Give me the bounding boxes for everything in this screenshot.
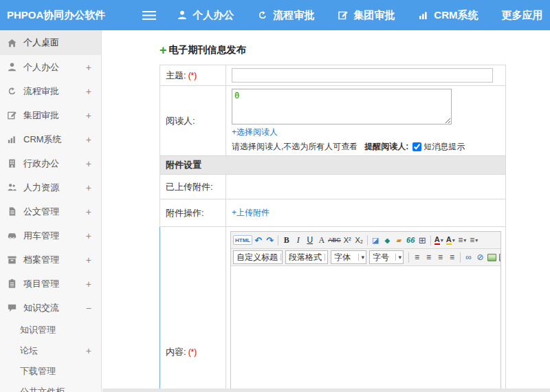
topnav-crm[interactable]: CRM系统 [418, 9, 478, 22]
sidebar-item-hr[interactable]: 人力资源 + [0, 175, 101, 199]
sidebar-item-knowledge-mgmt[interactable]: 知识管理 [0, 320, 101, 340]
editor-content-area[interactable] [231, 266, 500, 392]
italic-button[interactable]: I [292, 233, 304, 247]
align-left-button[interactable]: ≡ [411, 250, 423, 264]
redo-button[interactable]: ↷ [264, 233, 276, 247]
expand-plus-icon[interactable]: + [86, 345, 91, 356]
blockquote-button[interactable]: 66 [405, 233, 417, 247]
expand-plus-icon[interactable]: + [86, 110, 91, 121]
insert-table-button[interactable]: ⊞ [417, 233, 428, 247]
expand-plus-icon[interactable]: + [86, 134, 91, 145]
align-center-button[interactable]: ≡ [423, 250, 434, 264]
sidebar: 个人桌面 个人办公 + 流程审批 + 集团审批 + [0, 30, 102, 392]
sidebar-item-admin-office[interactable]: 行政办公 + [0, 151, 101, 175]
menu-icon[interactable] [142, 10, 156, 21]
html-source-button[interactable]: HTML [233, 235, 252, 245]
horizontal-scrollbar[interactable] [102, 389, 550, 392]
font-size-dropdown[interactable]: 字号▾ [369, 250, 404, 264]
car-icon [7, 230, 17, 241]
subscript-button[interactable]: X₂ [353, 233, 365, 247]
topnav-group-approval[interactable]: 集团审批 [338, 9, 395, 22]
chevron-down-icon: ▾ [452, 237, 455, 243]
expand-plus-icon[interactable]: + [86, 206, 91, 217]
topnav-personal-office[interactable]: 个人办公 [177, 9, 234, 22]
app-title: PHPOA协同办公软件 [0, 9, 105, 22]
sidebar-item-workflow-approval[interactable]: 流程审批 + [0, 79, 101, 103]
uploaded-attachments-value [226, 175, 506, 199]
topnav-workflow-approval[interactable]: 流程审批 [257, 9, 314, 22]
font-family-dropdown[interactable]: 字体▾ [331, 250, 366, 264]
home-icon [7, 38, 17, 48]
dropdown-label: 字号 [373, 252, 389, 263]
insert-image-button[interactable] [487, 254, 496, 261]
sidebar-item-personal-office[interactable]: 个人办公 + [0, 55, 101, 79]
sidebar-item-label: 个人办公 [23, 61, 59, 74]
superscript-button[interactable]: X² [342, 233, 353, 247]
numbered-list-button[interactable]: ≡▾ [468, 233, 480, 247]
editor-toolbar-row1: HTML ↶ ↷ B I U A ABC X² X₂ ◪ [231, 232, 500, 249]
sidebar-item-crm[interactable]: CRM系统 + [0, 127, 101, 151]
custom-heading-dropdown[interactable]: 自定义标题▾ [233, 250, 283, 264]
sidebar-item-group-approval[interactable]: 集团审批 + [0, 103, 101, 127]
highlight-color-button[interactable]: A▾ [445, 233, 456, 247]
insert-link-button[interactable]: ∞ [463, 250, 474, 264]
sidebar-item-download-mgmt[interactable]: 下载管理 [0, 361, 101, 382]
sidebar-item-archive-mgmt[interactable]: 档案管理 + [0, 248, 101, 272]
sms-notify-checkbox[interactable] [412, 142, 421, 151]
edit-square-icon [7, 110, 17, 120]
font-color-button[interactable]: A▾ [433, 233, 445, 247]
sidebar-item-label: 公文管理 [23, 206, 59, 218]
expand-plus-icon[interactable]: + [86, 158, 91, 169]
rich-text-editor: HTML ↶ ↷ B I U A ABC X² X₂ ◪ [230, 231, 501, 392]
readers-textarea[interactable]: 0 [232, 89, 452, 124]
sidebar-subitem-label: 公共文件柜 [20, 386, 65, 392]
sidebar-item-desktop[interactable]: 个人桌面 [0, 30, 101, 55]
align-right-button[interactable]: ≡ [434, 250, 446, 264]
toolbar-separator [278, 235, 278, 246]
required-mark: (*) [188, 347, 197, 357]
bullet-list-button[interactable]: ≡▾ [456, 233, 468, 247]
paragraph-format-dropdown[interactable]: 段落格式▾ [285, 250, 328, 264]
sidebar-item-knowledge-exchange[interactable]: 知识交流 − [0, 296, 101, 320]
workflow-refresh-icon [257, 10, 268, 21]
insert-media-button[interactable] [499, 254, 500, 261]
underline-button[interactable]: U [304, 233, 316, 247]
expand-plus-icon[interactable]: + [86, 254, 91, 265]
expand-plus-icon[interactable]: + [86, 182, 91, 193]
expand-plus-icon[interactable]: + [86, 230, 91, 241]
sidebar-item-document-mgmt[interactable]: 公文管理 + [0, 199, 101, 224]
bold-button[interactable]: B [280, 233, 292, 247]
toolbar-separator [408, 252, 409, 263]
sidebar-item-vehicle-mgmt[interactable]: 用车管理 + [0, 224, 101, 248]
topnav-more-apps[interactable]: 更多应用 ▾ [502, 9, 550, 22]
sidebar-item-forum[interactable]: 论坛 + [0, 340, 101, 361]
sidebar-item-project-mgmt[interactable]: 项目管理 + [0, 272, 101, 296]
strikethrough-button[interactable]: ABC [327, 233, 342, 247]
subject-row: 主题:(*) [160, 65, 506, 86]
collapse-minus-icon[interactable]: − [86, 303, 91, 314]
sidebar-item-public-file-cabinet[interactable]: 公共文件柜 [0, 382, 101, 392]
readers-hint-row: 请选择阅读人,不选为所有人可查看 提醒阅读人: 短消息提示 [232, 141, 500, 153]
undo-button[interactable]: ↶ [252, 233, 264, 247]
expand-plus-icon[interactable]: + [86, 86, 91, 97]
remove-format-eraser-button[interactable]: ◪ [370, 233, 382, 247]
required-mark: (*) [188, 71, 197, 80]
uploaded-attachments-row: 已上传附件: [160, 175, 506, 199]
sidebar-subitem-label: 下载管理 [20, 365, 56, 378]
upload-attachment-link[interactable]: +上传附件 [232, 208, 270, 217]
top-nav: 个人办公 流程审批 集团审批 CRM系统 更多应用 [177, 9, 550, 22]
subject-input[interactable] [232, 68, 493, 83]
uploaded-attachments-label: 已上传附件: [166, 182, 213, 192]
select-readers-link[interactable]: +选择阅读人 [232, 127, 278, 138]
align-justify-button[interactable]: ≡ [446, 250, 458, 264]
clipboard-icon [7, 279, 17, 289]
dropdown-label: 段落格式 [289, 252, 322, 263]
style-paint-button[interactable]: ▰ [393, 233, 405, 247]
expand-plus-icon[interactable]: + [86, 279, 91, 290]
readers-label-cell: 阅读人: [160, 86, 226, 156]
topnav-label: 更多应用 [502, 9, 543, 22]
format-brush-button[interactable]: ◆ [382, 233, 393, 247]
expand-plus-icon[interactable]: + [86, 62, 91, 73]
unlink-button[interactable]: ⊘ [474, 250, 486, 264]
font-button[interactable]: A [316, 233, 327, 247]
